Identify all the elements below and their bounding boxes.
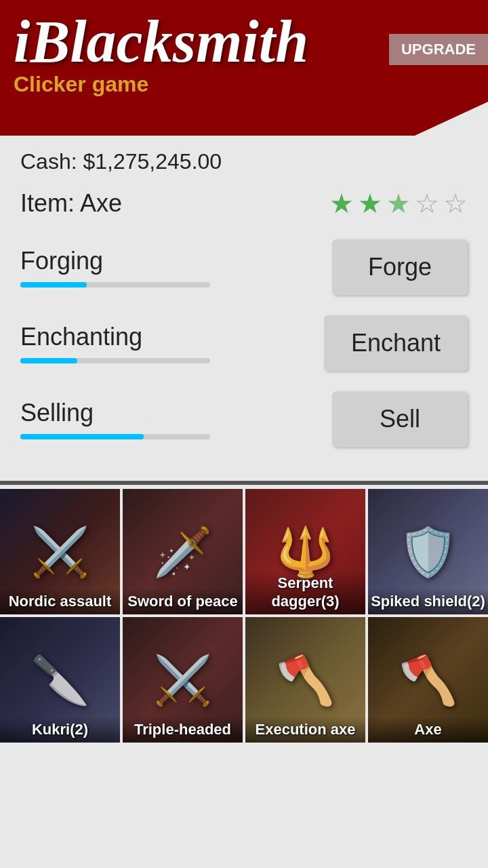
selling-label: Selling	[20, 399, 332, 427]
inventory-item-label-1: Sword of peace	[123, 589, 243, 614]
inventory-item-5[interactable]: ⚔️Triple-headed	[123, 617, 243, 743]
forging-section: Forging Forge	[20, 239, 468, 295]
enchanting-progress-fill	[20, 358, 77, 363]
inventory-item-label-7: Axe	[368, 717, 488, 743]
inventory-item-label-3: Spiked shield(2)	[368, 589, 488, 614]
enchanting-label: Enchanting	[20, 323, 324, 351]
enchant-button[interactable]: Enchant	[324, 315, 468, 371]
section-divider	[0, 481, 488, 485]
inventory-item-4[interactable]: 🔪Kukri(2)	[0, 617, 120, 743]
main-content: Cash: $1,275,245.00 Item: Axe ★ ★ ★ ☆ ☆ …	[0, 136, 488, 481]
weapon-icon-6: 🪓	[276, 652, 335, 708]
inventory-item-7[interactable]: 🪓Axe	[368, 617, 488, 743]
sell-button[interactable]: Sell	[332, 391, 468, 447]
selling-left: Selling	[20, 399, 332, 439]
forging-left: Forging	[20, 247, 332, 288]
star-rating: ★ ★ ★ ☆ ☆	[329, 188, 468, 219]
inventory-item-label-2: Serpent dagger(3)	[245, 570, 365, 614]
star-3: ★	[386, 188, 411, 219]
forge-button[interactable]: Forge	[332, 239, 468, 295]
inventory-item-6[interactable]: 🪓Execution axe	[245, 617, 365, 743]
star-1: ★	[329, 188, 354, 219]
inventory-item-label-4: Kukri(2)	[0, 717, 120, 743]
selling-section: Selling Sell	[20, 391, 468, 447]
inventory-item-label-6: Execution axe	[245, 717, 365, 743]
inventory-item-3[interactable]: 🛡️Spiked shield(2)	[368, 489, 488, 614]
selling-progress-fill	[20, 434, 144, 439]
enchanting-left: Enchanting	[20, 323, 324, 363]
star-2: ★	[358, 188, 382, 219]
inventory-grid: ⚔️Nordic assault🗡️Sword of peace🔱Serpent…	[0, 489, 488, 743]
weapon-icon-4: 🔪	[30, 652, 89, 708]
item-label: Item: Axe	[20, 189, 122, 218]
inventory-item-label-5: Triple-headed	[123, 717, 243, 743]
star-4: ☆	[415, 188, 439, 219]
star-5: ☆	[443, 188, 468, 219]
weapon-icon-5: ⚔️	[153, 652, 212, 708]
weapon-icon-7: 🪓	[399, 652, 458, 708]
upgrade-button[interactable]: UPGRADE	[389, 34, 488, 65]
inventory-item-1[interactable]: 🗡️Sword of peace	[123, 489, 243, 614]
inventory-item-2[interactable]: 🔱Serpent dagger(3)	[245, 489, 365, 614]
item-row: Item: Axe ★ ★ ★ ☆ ☆	[20, 188, 468, 219]
selling-progress-bg	[20, 434, 210, 439]
cash-display: Cash: $1,275,245.00	[20, 149, 468, 174]
inventory-item-0[interactable]: ⚔️Nordic assault	[0, 489, 120, 614]
weapon-icon-1: 🗡️	[153, 524, 212, 580]
weapon-icon-3: 🛡️	[399, 524, 458, 580]
enchanting-section: Enchanting Enchant	[20, 315, 468, 371]
forging-label: Forging	[20, 247, 332, 275]
forging-progress-fill	[20, 282, 87, 288]
forging-progress-bg	[20, 282, 210, 288]
enchanting-progress-bg	[20, 358, 210, 363]
app-header: iBlacksmith Clicker game UPGRADE	[0, 0, 488, 136]
weapon-icon-0: ⚔️	[30, 524, 89, 580]
app-subtitle: Clicker game	[14, 72, 474, 97]
inventory-item-label-0: Nordic assault	[0, 589, 120, 614]
